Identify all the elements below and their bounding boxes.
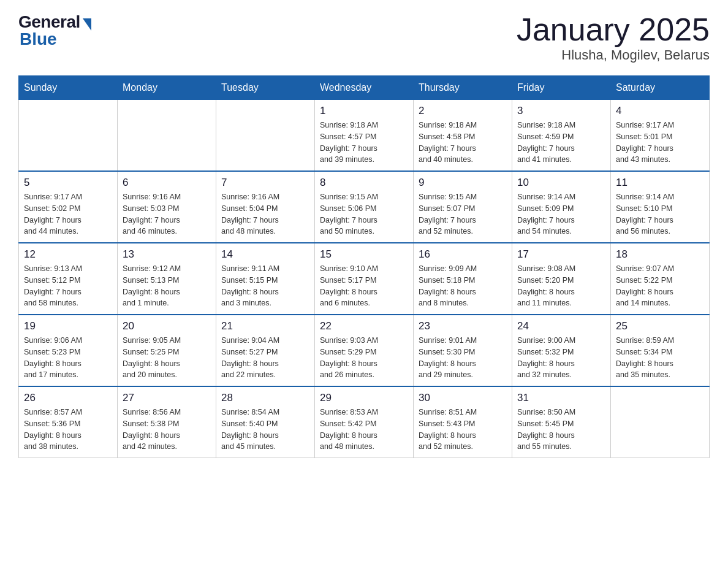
calendar-header: SundayMondayTuesdayWednesdayThursdayFrid… bbox=[19, 76, 710, 100]
day-info: Sunrise: 9:12 AM Sunset: 5:13 PM Dayligh… bbox=[123, 263, 211, 309]
day-info: Sunrise: 9:09 AM Sunset: 5:18 PM Dayligh… bbox=[419, 263, 507, 309]
day-number: 31 bbox=[517, 392, 605, 404]
day-number: 2 bbox=[419, 105, 507, 117]
calendar-day-cell: 16Sunrise: 9:09 AM Sunset: 5:18 PM Dayli… bbox=[414, 243, 512, 315]
calendar-day-cell: 8Sunrise: 9:15 AM Sunset: 5:06 PM Daylig… bbox=[315, 171, 414, 243]
day-number: 25 bbox=[616, 320, 704, 332]
calendar-day-cell: 4Sunrise: 9:17 AM Sunset: 5:01 PM Daylig… bbox=[611, 100, 710, 172]
day-info: Sunrise: 9:18 AM Sunset: 4:58 PM Dayligh… bbox=[419, 120, 507, 166]
day-info: Sunrise: 8:54 AM Sunset: 5:40 PM Dayligh… bbox=[221, 407, 309, 453]
day-info: Sunrise: 9:18 AM Sunset: 4:57 PM Dayligh… bbox=[320, 120, 408, 166]
day-info: Sunrise: 9:08 AM Sunset: 5:20 PM Dayligh… bbox=[517, 263, 605, 309]
calendar-day-cell: 1Sunrise: 9:18 AM Sunset: 4:57 PM Daylig… bbox=[315, 100, 414, 172]
calendar-day-cell: 2Sunrise: 9:18 AM Sunset: 4:58 PM Daylig… bbox=[414, 100, 512, 172]
calendar-week-row: 19Sunrise: 9:06 AM Sunset: 5:23 PM Dayli… bbox=[19, 315, 710, 386]
day-info: Sunrise: 9:14 AM Sunset: 5:09 PM Dayligh… bbox=[517, 191, 605, 237]
logo-blue-text: Blue bbox=[20, 29, 57, 49]
calendar-day-cell: 11Sunrise: 9:14 AM Sunset: 5:10 PM Dayli… bbox=[611, 171, 710, 243]
day-number: 24 bbox=[517, 320, 605, 332]
day-number: 29 bbox=[320, 392, 408, 404]
weekday-wednesday: Wednesday bbox=[315, 76, 414, 100]
calendar-day-cell: 22Sunrise: 9:03 AM Sunset: 5:29 PM Dayli… bbox=[315, 315, 414, 386]
day-number: 21 bbox=[221, 320, 309, 332]
day-info: Sunrise: 9:16 AM Sunset: 5:03 PM Dayligh… bbox=[123, 191, 211, 237]
calendar-day-cell: 5Sunrise: 9:17 AM Sunset: 5:02 PM Daylig… bbox=[19, 171, 118, 243]
day-info: Sunrise: 9:17 AM Sunset: 5:01 PM Dayligh… bbox=[616, 120, 704, 166]
day-number: 7 bbox=[221, 177, 309, 189]
day-info: Sunrise: 9:06 AM Sunset: 5:23 PM Dayligh… bbox=[24, 335, 112, 381]
day-number: 22 bbox=[320, 320, 408, 332]
weekday-sunday: Sunday bbox=[19, 76, 118, 100]
calendar-day-cell: 30Sunrise: 8:51 AM Sunset: 5:43 PM Dayli… bbox=[414, 386, 512, 458]
day-number: 19 bbox=[24, 320, 112, 332]
day-number: 20 bbox=[123, 320, 211, 332]
calendar-day-cell: 29Sunrise: 8:53 AM Sunset: 5:42 PM Dayli… bbox=[315, 386, 414, 458]
calendar-day-cell: 19Sunrise: 9:06 AM Sunset: 5:23 PM Dayli… bbox=[19, 315, 118, 386]
weekday-monday: Monday bbox=[118, 76, 216, 100]
calendar-day-cell: 9Sunrise: 9:15 AM Sunset: 5:07 PM Daylig… bbox=[414, 171, 512, 243]
calendar-day-cell: 25Sunrise: 8:59 AM Sunset: 5:34 PM Dayli… bbox=[611, 315, 710, 386]
day-number: 14 bbox=[221, 248, 309, 261]
day-number: 12 bbox=[24, 248, 112, 261]
day-info: Sunrise: 9:16 AM Sunset: 5:04 PM Dayligh… bbox=[221, 191, 309, 237]
day-info: Sunrise: 8:50 AM Sunset: 5:45 PM Dayligh… bbox=[517, 407, 605, 453]
day-info: Sunrise: 9:15 AM Sunset: 5:06 PM Dayligh… bbox=[320, 191, 408, 237]
calendar-table: SundayMondayTuesdayWednesdayThursdayFrid… bbox=[18, 75, 710, 458]
weekday-tuesday: Tuesday bbox=[216, 76, 315, 100]
calendar-day-cell: 23Sunrise: 9:01 AM Sunset: 5:30 PM Dayli… bbox=[414, 315, 512, 386]
calendar-week-row: 5Sunrise: 9:17 AM Sunset: 5:02 PM Daylig… bbox=[19, 171, 710, 243]
day-number: 18 bbox=[616, 248, 704, 261]
weekday-saturday: Saturday bbox=[611, 76, 710, 100]
page-header: General Blue January 2025 Hlusha, Mogile… bbox=[18, 12, 710, 63]
calendar-day-cell: 17Sunrise: 9:08 AM Sunset: 5:20 PM Dayli… bbox=[512, 243, 611, 315]
calendar-day-cell: 13Sunrise: 9:12 AM Sunset: 5:13 PM Dayli… bbox=[118, 243, 216, 315]
calendar-day-cell: 28Sunrise: 8:54 AM Sunset: 5:40 PM Dayli… bbox=[216, 386, 315, 458]
day-info: Sunrise: 8:57 AM Sunset: 5:36 PM Dayligh… bbox=[24, 407, 112, 453]
calendar-day-cell: 7Sunrise: 9:16 AM Sunset: 5:04 PM Daylig… bbox=[216, 171, 315, 243]
day-info: Sunrise: 8:53 AM Sunset: 5:42 PM Dayligh… bbox=[320, 407, 408, 453]
day-number: 6 bbox=[123, 177, 211, 189]
calendar-week-row: 12Sunrise: 9:13 AM Sunset: 5:12 PM Dayli… bbox=[19, 243, 710, 315]
logo-arrow-icon bbox=[83, 18, 91, 31]
day-info: Sunrise: 9:07 AM Sunset: 5:22 PM Dayligh… bbox=[616, 263, 704, 309]
day-number: 17 bbox=[517, 248, 605, 261]
day-info: Sunrise: 9:17 AM Sunset: 5:02 PM Dayligh… bbox=[24, 191, 112, 237]
calendar-day-cell: 10Sunrise: 9:14 AM Sunset: 5:09 PM Dayli… bbox=[512, 171, 611, 243]
day-info: Sunrise: 9:00 AM Sunset: 5:32 PM Dayligh… bbox=[517, 335, 605, 381]
day-info: Sunrise: 9:10 AM Sunset: 5:17 PM Dayligh… bbox=[320, 263, 408, 309]
day-number: 28 bbox=[221, 392, 309, 404]
day-number: 11 bbox=[616, 177, 704, 189]
calendar-title: January 2025 bbox=[517, 12, 710, 47]
calendar-subtitle: Hlusha, Mogilev, Belarus bbox=[517, 47, 710, 63]
calendar-day-cell bbox=[611, 386, 710, 458]
logo: General Blue bbox=[18, 12, 91, 49]
day-info: Sunrise: 9:03 AM Sunset: 5:29 PM Dayligh… bbox=[320, 335, 408, 381]
weekday-header-row: SundayMondayTuesdayWednesdayThursdayFrid… bbox=[19, 76, 710, 100]
calendar-day-cell bbox=[216, 100, 315, 172]
day-info: Sunrise: 9:04 AM Sunset: 5:27 PM Dayligh… bbox=[221, 335, 309, 381]
calendar-day-cell bbox=[19, 100, 118, 172]
day-number: 27 bbox=[123, 392, 211, 404]
calendar-day-cell: 21Sunrise: 9:04 AM Sunset: 5:27 PM Dayli… bbox=[216, 315, 315, 386]
calendar-week-row: 1Sunrise: 9:18 AM Sunset: 4:57 PM Daylig… bbox=[19, 100, 710, 172]
weekday-friday: Friday bbox=[512, 76, 611, 100]
day-number: 1 bbox=[320, 105, 408, 117]
day-number: 16 bbox=[419, 248, 507, 261]
day-number: 4 bbox=[616, 105, 704, 117]
day-info: Sunrise: 9:11 AM Sunset: 5:15 PM Dayligh… bbox=[221, 263, 309, 309]
day-number: 30 bbox=[419, 392, 507, 404]
calendar-day-cell: 14Sunrise: 9:11 AM Sunset: 5:15 PM Dayli… bbox=[216, 243, 315, 315]
calendar-day-cell: 27Sunrise: 8:56 AM Sunset: 5:38 PM Dayli… bbox=[118, 386, 216, 458]
calendar-day-cell: 12Sunrise: 9:13 AM Sunset: 5:12 PM Dayli… bbox=[19, 243, 118, 315]
day-info: Sunrise: 9:01 AM Sunset: 5:30 PM Dayligh… bbox=[419, 335, 507, 381]
calendar-day-cell: 18Sunrise: 9:07 AM Sunset: 5:22 PM Dayli… bbox=[611, 243, 710, 315]
day-number: 9 bbox=[419, 177, 507, 189]
day-number: 23 bbox=[419, 320, 507, 332]
day-number: 13 bbox=[123, 248, 211, 261]
day-number: 8 bbox=[320, 177, 408, 189]
day-number: 3 bbox=[517, 105, 605, 117]
calendar-day-cell: 26Sunrise: 8:57 AM Sunset: 5:36 PM Dayli… bbox=[19, 386, 118, 458]
calendar-day-cell: 31Sunrise: 8:50 AM Sunset: 5:45 PM Dayli… bbox=[512, 386, 611, 458]
calendar-day-cell bbox=[118, 100, 216, 172]
calendar-body: 1Sunrise: 9:18 AM Sunset: 4:57 PM Daylig… bbox=[19, 100, 710, 458]
